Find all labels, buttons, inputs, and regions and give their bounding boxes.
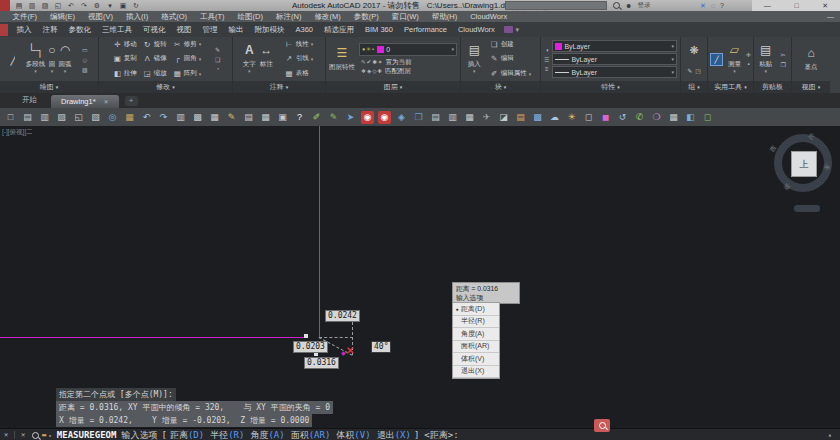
- menu-item[interactable]: 窗口(W): [385, 12, 425, 22]
- command-option[interactable]: 角度(A): [250, 429, 284, 440]
- toolbar-icon[interactable]: ◻: [701, 111, 714, 124]
- ribbon-tab[interactable]: CloudWorx: [452, 25, 500, 34]
- option-hotkey[interactable]: (AR): [309, 430, 331, 440]
- toolbar-icon[interactable]: ▨: [55, 111, 68, 124]
- minimize-button[interactable]: —: [764, 2, 771, 9]
- community-icon[interactable]: ◌: [711, 2, 715, 9]
- toolbar-icon[interactable]: ◼: [599, 111, 612, 124]
- toolbar-icon[interactable]: ☁: [548, 111, 561, 124]
- option-hotkey[interactable]: (X): [395, 430, 411, 440]
- modify-extra-icon[interactable]: ❏: [215, 56, 220, 63]
- toolbar-icon[interactable]: ▥: [38, 111, 51, 124]
- block-row-button[interactable]: ✎ 编辑: [488, 54, 534, 63]
- panel-footer-modify[interactable]: 修改▾: [99, 81, 232, 93]
- ribbon-tab[interactable]: 管理: [197, 25, 223, 35]
- new-tab-button[interactable]: +: [125, 96, 138, 106]
- distance-tool-active-button[interactable]: ╱: [710, 53, 723, 66]
- menu-item[interactable]: 插入(I): [120, 12, 155, 22]
- chevron-down-icon[interactable]: ▾: [48, 432, 52, 439]
- drawing-canvas[interactable]: [-][俯视][二维线框] 北 东 南 西 上 ◆ ✕ 0.0242 0.020…: [0, 126, 840, 428]
- recent-commands-icon[interactable]: ▬: [42, 431, 46, 439]
- group-extra-icon[interactable]: ✎: [687, 67, 692, 74]
- menu-item[interactable]: 格式(O): [155, 12, 194, 22]
- ribbon-tab[interactable]: 参数化: [63, 25, 97, 35]
- modify-tool-button[interactable]: ✂ 修剪▾: [171, 40, 204, 49]
- modify-extra-icon[interactable]: ✎: [215, 46, 220, 53]
- ribbon-tab[interactable]: 输出: [223, 25, 249, 35]
- qat-icon[interactable]: ↷: [79, 2, 89, 10]
- draw-extra-icon[interactable]: ▭: [82, 46, 88, 53]
- toolbar-icon[interactable]: ◎: [106, 111, 119, 124]
- dynamic-input-delta-x[interactable]: 0.0242: [325, 310, 360, 322]
- modify-tool-button[interactable]: Λ 镜像: [141, 54, 171, 63]
- ribbon-tab[interactable]: BIM 360: [360, 25, 399, 34]
- modify-tool-button[interactable]: ↻ 旋转: [141, 40, 171, 49]
- ribbon-tab[interactable]: 三维工具: [97, 25, 138, 35]
- qat-icon[interactable]: ▨: [40, 2, 50, 10]
- command-search-icon[interactable]: [32, 432, 39, 439]
- line-tool-icon[interactable]: ╱: [10, 53, 15, 66]
- clipped-home-tab[interactable]: [0, 24, 8, 36]
- layer-properties-button[interactable]: ☰ 图层特性: [329, 47, 355, 71]
- ribbon-tab-options[interactable]: ▾: [504, 26, 519, 34]
- annotate-big-button[interactable]: ↔ 标注: [260, 44, 273, 74]
- option-hotkey[interactable]: (A): [268, 430, 284, 440]
- toolbar-icon[interactable]: ☀: [565, 111, 578, 124]
- ribbon-tab[interactable]: Performance: [398, 25, 452, 34]
- layer-tool-row[interactable]: ✎✔✱✦ 置为当前: [359, 58, 457, 67]
- group-extra-icon[interactable]: ◳: [695, 67, 701, 74]
- menu-item[interactable]: 标注(N): [270, 12, 308, 22]
- command-option[interactable]: 面积(AR): [291, 429, 331, 440]
- ribbon-tab[interactable]: 注释: [37, 25, 63, 35]
- block-row-button[interactable]: ✐ 编辑属性▾: [488, 69, 534, 78]
- close-button[interactable]: ✕: [822, 2, 828, 10]
- toolbar-icon[interactable]: ◉: [378, 111, 391, 124]
- menu-item[interactable]: 工具(T): [194, 12, 232, 22]
- context-menu-item[interactable]: 角度(A): [453, 328, 499, 341]
- toolbar-icon[interactable]: ◪: [497, 111, 510, 124]
- layer-tool-row[interactable]: ❖◈◇✚ 匹配图层: [359, 67, 457, 76]
- modify-tool-button[interactable]: ╭ 圆角▾: [171, 54, 204, 63]
- properties-side-icon[interactable]: ☰: [544, 56, 549, 63]
- command-history-up-icon[interactable]: ▴: [828, 431, 832, 439]
- toolbar-icon[interactable]: ▦: [123, 111, 136, 124]
- toolbar-icon[interactable]: ✎: [327, 111, 340, 124]
- draw-tool-button[interactable]: ○ 圆▾: [48, 44, 55, 74]
- tab-drawing1[interactable]: Drawing1* ✕: [51, 95, 119, 108]
- panel-footer-block[interactable]: 块▾: [461, 81, 540, 93]
- qat-icon[interactable]: ⚙: [92, 2, 102, 10]
- viewport-controls-label[interactable]: [-][俯视][二维线框]: [2, 128, 32, 137]
- context-menu-item[interactable]: 面积(AR): [453, 341, 499, 354]
- option-hotkey[interactable]: (R): [228, 430, 244, 440]
- toolbar-icon[interactable]: ↷: [157, 111, 170, 124]
- group-icon[interactable]: ❋: [689, 44, 698, 57]
- option-hotkey[interactable]: (V): [354, 430, 370, 440]
- wcs-menu-pill[interactable]: [794, 205, 820, 212]
- toolbar-icon[interactable]: ▤: [242, 111, 255, 124]
- toolbar-icon[interactable]: ▣: [276, 111, 289, 124]
- command-option[interactable]: 退出(X): [377, 429, 411, 440]
- qat-icon[interactable]: ↶: [66, 2, 76, 10]
- floating-search-icon[interactable]: [594, 419, 610, 432]
- toolbar-icon[interactable]: ✈: [480, 111, 493, 124]
- ribbon-tab[interactable]: 附加模块: [249, 25, 290, 35]
- toolbar-icon[interactable]: ◻: [582, 111, 595, 124]
- utility-extra-icon[interactable]: ✛: [746, 51, 751, 58]
- close-icon[interactable]: ✕: [17, 431, 29, 439]
- toolbar-icon[interactable]: ▦: [259, 111, 272, 124]
- panel-footer-annotate[interactable]: 注释▾: [233, 81, 325, 93]
- toolbar-icon[interactable]: ?: [293, 111, 306, 124]
- ribbon-tab[interactable]: 精选应用: [319, 25, 360, 35]
- context-menu-item[interactable]: 退出(X): [453, 366, 499, 379]
- linetype-select[interactable]: ByLayer▾: [552, 53, 677, 65]
- maximize-button[interactable]: □: [794, 2, 798, 9]
- lineweight-select[interactable]: ByLayer▾: [552, 66, 677, 78]
- menu-item[interactable]: 帮助(H): [425, 12, 463, 22]
- draw-tool-button[interactable]: └┐ 多段线▾: [26, 44, 46, 74]
- annotate-row-button[interactable]: ↗ 引线▾: [283, 54, 316, 63]
- qat-icon[interactable]: ▥: [27, 2, 37, 10]
- toolbar-icon[interactable]: ✆: [633, 111, 646, 124]
- toolbar-icon[interactable]: ↶: [140, 111, 153, 124]
- toolbar-icon[interactable]: ▥: [446, 111, 459, 124]
- toolbar-icon[interactable]: ▥: [174, 111, 187, 124]
